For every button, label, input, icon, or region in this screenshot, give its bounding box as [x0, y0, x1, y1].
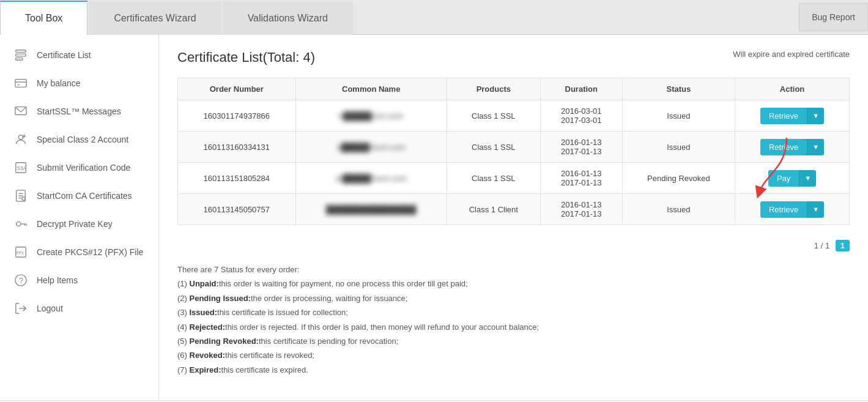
messages-icon — [12, 105, 29, 118]
cell-action: Retrieve▼ — [735, 132, 850, 163]
cell-duration: 2016-01-132017-01-13 — [540, 194, 622, 225]
svg-text:?: ? — [19, 277, 23, 285]
status-note-6: (6) Revoked:this certificate is revoked; — [177, 348, 850, 362]
sidebar-item-ca-certificates[interactable]: StartCom CA Certificates — [0, 182, 158, 210]
cell-action: Pay▼ — [735, 163, 850, 194]
status-note-1: (1) Unpaid:this order is waiting for pay… — [177, 277, 850, 291]
action-dropdown-button[interactable]: ▼ — [807, 139, 824, 155]
cell-action: Retrieve▼ — [735, 194, 850, 225]
balance-icon — [12, 76, 29, 90]
logout-icon — [12, 302, 29, 315]
sidebar-item-submit-verification[interactable]: S3A Submit Verification Code — [0, 154, 158, 182]
cell-common-name: ████████████████ — [295, 194, 447, 225]
cell-common-name: b█████scm.com — [295, 100, 447, 132]
svg-rect-0 — [16, 50, 26, 53]
action-dropdown-button[interactable]: ▼ — [807, 108, 824, 124]
pfx-icon: PFX — [12, 245, 29, 259]
status-note-3: (3) Issued:this certificate is issued fo… — [177, 305, 850, 319]
cell-status: Issued — [622, 100, 735, 132]
pagination-text: 1 / 1 — [814, 241, 829, 250]
status-note-4: (4) Rejected:this order is rejected. If … — [177, 320, 850, 334]
table-row: 160301174937866b█████scm.comClass 1 SSL2… — [178, 100, 850, 132]
svg-rect-2 — [16, 58, 23, 61]
expire-notice: Will expire and expired certificate — [733, 50, 850, 59]
sidebar: Certificate List My balance StartSSL™ Me… — [0, 35, 159, 400]
cell-order-number: 160301174937866 — [178, 100, 296, 132]
retrieve-button[interactable]: Retrieve — [760, 108, 807, 124]
cell-duration: 2016-01-132017-01-13 — [540, 163, 622, 194]
page-title: Certificate List(Total: 4) — [177, 50, 315, 65]
special-icon — [12, 133, 29, 146]
current-page[interactable]: 1 — [836, 240, 850, 251]
col-duration: Duration — [540, 78, 622, 100]
table-row: 160113160334131a█████0scm.comClass 1 SSL… — [178, 132, 850, 163]
cell-status: Issued — [622, 194, 735, 225]
help-icon: ? — [12, 274, 29, 287]
cell-action: Retrieve▼ — [735, 100, 850, 132]
main-layout: Certificate List My balance StartSSL™ Me… — [0, 35, 868, 400]
cell-order-number: 160113160334131 — [178, 132, 296, 163]
sidebar-item-messages[interactable]: StartSSL™ Messages — [0, 97, 158, 125]
sidebar-item-special-class[interactable]: Special Class 2 Account — [0, 125, 158, 154]
sidebar-item-decrypt-private-key[interactable]: Decrypt Private Key — [0, 210, 158, 238]
key-icon — [12, 217, 29, 231]
cell-products: Class 1 SSL — [447, 132, 540, 163]
table-row: 160113151805284ar█████0scm.comClass 1 SS… — [178, 163, 850, 194]
svg-point-17 — [17, 221, 21, 226]
sidebar-item-my-balance[interactable]: My balance — [0, 69, 158, 97]
tab-validations-wizard[interactable]: Validations Wizard — [223, 1, 353, 35]
certificates-table: Order Number Common Name Products Durati… — [177, 78, 850, 225]
cell-common-name: ar█████0scm.com — [295, 163, 447, 194]
tab-toolbox[interactable]: Tool Box — [0, 1, 87, 35]
col-status: Status — [622, 78, 735, 100]
top-navigation: Tool Box Certificates Wizard Validations… — [0, 0, 868, 35]
status-note-5: (5) Pending Revoked:this certificate is … — [177, 334, 850, 348]
sidebar-item-certificate-list[interactable]: Certificate List — [0, 41, 158, 69]
svg-rect-1 — [16, 54, 26, 56]
col-order-number: Order Number — [178, 78, 296, 100]
tab-certificates-wizard[interactable]: Certificates Wizard — [89, 1, 221, 35]
bug-report-button[interactable]: Bug Report — [799, 3, 868, 31]
status-note-2: (2) Pending Issued:the order is processi… — [177, 291, 850, 305]
cell-products: Class 1 SSL — [447, 100, 540, 132]
content-area: Certificate List(Total: 4) Will expire a… — [159, 35, 868, 400]
col-products: Products — [447, 78, 540, 100]
svg-rect-3 — [15, 80, 26, 87]
svg-text:PFX: PFX — [17, 251, 24, 255]
status-notes-intro: There are 7 Status for every order: — [177, 262, 850, 277]
status-note-7: (7) Expired:this certificate is expired. — [177, 363, 850, 377]
cell-status: Pending Revoked — [622, 163, 735, 194]
content-header: Certificate List(Total: 4) Will expire a… — [177, 50, 850, 65]
col-common-name: Common Name — [295, 78, 447, 100]
status-notes: There are 7 Status for every order: (1) … — [177, 262, 850, 377]
sidebar-item-help[interactable]: ? Help Items — [0, 266, 158, 294]
cell-products: Class 1 Client — [447, 194, 540, 225]
table-row: 160113145050757████████████████Class 1 C… — [178, 194, 850, 225]
cell-order-number: 160113145050757 — [178, 194, 296, 225]
sidebar-item-pfx-file[interactable]: PFX Create PKCS#12 (PFX) File — [0, 238, 158, 266]
list-icon — [12, 48, 29, 62]
cell-common-name: a█████0scm.com — [295, 132, 447, 163]
cell-products: Class 1 SSL — [447, 163, 540, 194]
action-dropdown-button[interactable]: ▼ — [799, 170, 816, 187]
pagination: 1 / 1 1 — [177, 235, 850, 256]
cell-duration: 2016-03-012017-03-01 — [540, 100, 622, 132]
code-icon: S3A — [12, 161, 29, 174]
svg-text:S3A: S3A — [17, 166, 27, 171]
cell-duration: 2016-01-132017-01-13 — [540, 132, 622, 163]
retrieve-button[interactable]: Retrieve — [760, 201, 807, 218]
sidebar-item-logout[interactable]: Logout — [0, 294, 158, 322]
svg-point-16 — [22, 197, 26, 201]
ca-icon — [12, 189, 29, 203]
svg-point-7 — [18, 135, 23, 140]
pay-button[interactable]: Pay — [768, 170, 799, 187]
action-dropdown-button[interactable]: ▼ — [807, 201, 824, 218]
col-action: Action — [735, 78, 850, 100]
cell-status: Issued — [622, 132, 735, 163]
retrieve-button[interactable]: Retrieve — [760, 139, 807, 155]
cell-order-number: 160113151805284 — [178, 163, 296, 194]
